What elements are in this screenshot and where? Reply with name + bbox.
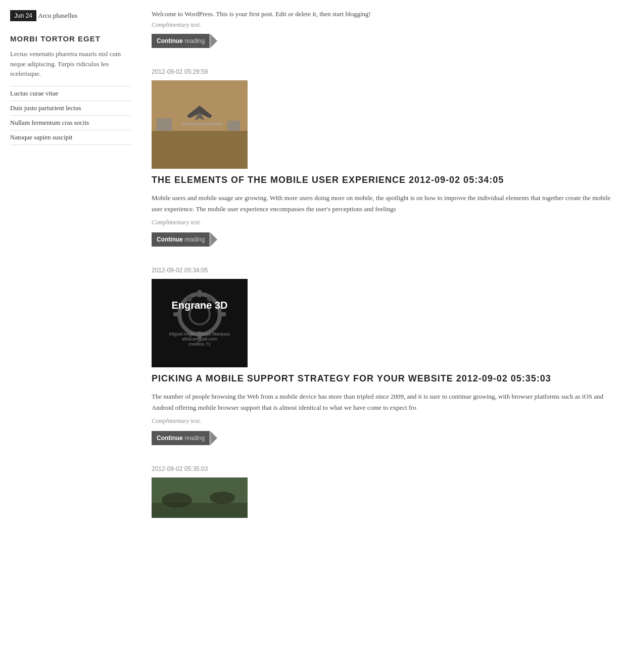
svg-rect-1 (152, 131, 248, 169)
bottom-svg (152, 477, 248, 518)
date-badge-wrapper: Jun 24 Arcu phasellus (10, 10, 131, 25)
engrane-subtitle1: Miguel Angel Gomez Marquez (169, 331, 230, 337)
article-excerpt-3: The number of people browsing the Web fr… (152, 391, 611, 413)
article-img-bottom (152, 477, 248, 518)
sidebar-nav-link-2[interactable]: Duis justo parturient lectus (10, 104, 81, 112)
svg-rect-6 (227, 121, 240, 131)
continue-reading-button-1[interactable]: Continue reading (152, 34, 210, 48)
article-title-2: THE ELEMENTS OF THE MOBILE USER EXPERIEN… (152, 175, 611, 185)
list-item: Duis justo parturient lectus (10, 101, 131, 116)
article-image-2 (152, 80, 611, 169)
btn-arrow-2 (210, 232, 217, 247)
sidebar-description: Lectus venenatis pharetra mauris nisl cu… (10, 49, 131, 79)
svg-point-19 (210, 492, 235, 504)
sidebar-nav-link-1[interactable]: Luctus curae vitae (10, 89, 58, 97)
engrane-subtitle2: elmicongpall.com (169, 337, 230, 342)
article-comp-2: Complimentary text. (152, 219, 611, 226)
continue-reading-btn-wrapper-3: Continue reading (152, 431, 217, 445)
svg-rect-5 (157, 118, 172, 131)
sidebar-heading: MORBI TORTOR EGET (10, 34, 131, 43)
sidebar-nav-link-3[interactable]: Nullam fermentum cras sociis (10, 119, 89, 126)
article-mobile-strategy: 2012-09-02 05:34:05 (152, 267, 611, 445)
article-image-3: Engrane 3D Miguel Angel Gomez Marquez el… (152, 279, 611, 367)
sidebar-nav-link-4[interactable]: Natoque sapien suscipit (10, 133, 72, 141)
list-item: Natoque sapien suscipit (10, 130, 131, 145)
article-date-4: 2012-09-02 05:35:03 (152, 465, 611, 472)
sidebar-nav: Luctus curae vitae Duis justo parturient… (10, 86, 131, 145)
article-image-4 (152, 477, 611, 518)
article-welcome-comp: Complimentary text. (152, 21, 611, 29)
svg-point-18 (162, 493, 192, 508)
article-comp-3: Complimentary text. (152, 417, 611, 425)
btn-reading-label-3: reading (183, 435, 205, 442)
list-item: Luctus curae vitae (10, 86, 131, 101)
article-welcome: Welcome to WordPress. This is your first… (152, 10, 611, 48)
btn-continue-label-3: Continue (157, 435, 183, 442)
svg-rect-2 (182, 123, 222, 125)
article-img-plane (152, 80, 248, 169)
continue-reading-button-3[interactable]: Continue reading (152, 431, 210, 445)
article-date-3: 2012-09-02 05:34:05 (152, 267, 611, 274)
btn-arrow-3 (210, 431, 217, 445)
plane-svg (152, 80, 248, 169)
list-item: Nullam fermentum cras sociis (10, 116, 131, 130)
article-welcome-text: Welcome to WordPress. This is your first… (152, 10, 611, 18)
article-excerpt-2: Mobile users and mobile usage are growin… (152, 193, 611, 215)
sidebar-date-link[interactable]: Arcu phasellus (38, 12, 78, 19)
engrane-title: Engrane 3D (169, 300, 230, 311)
continue-reading-btn-wrapper-2: Continue reading (152, 232, 217, 247)
btn-reading-label-2: reading (183, 236, 205, 243)
btn-arrow-1 (210, 34, 217, 48)
btn-continue-label-2: Continue (157, 236, 183, 243)
btn-reading-label-1: reading (183, 37, 205, 44)
engrane-subtitle3: creditos 71 (169, 342, 230, 347)
date-badge: Jun 24 (10, 10, 36, 21)
article-date-2: 2012-09-02 05:29:59 (152, 68, 611, 75)
article-title-3: PICKING A MOBILE SUPPORT STRATEGY FOR YO… (152, 373, 611, 384)
article-third-post: 2012-09-02 05:35:03 (152, 465, 611, 518)
btn-continue-label-1: Continue (157, 37, 183, 44)
article-mobile-ux: 2012-09-02 05:29:59 (152, 68, 611, 247)
article-img-engrane: Engrane 3D Miguel Angel Gomez Marquez el… (152, 279, 248, 367)
continue-reading-btn-wrapper-1: Continue reading (152, 34, 217, 48)
continue-reading-button-2[interactable]: Continue reading (152, 232, 210, 247)
